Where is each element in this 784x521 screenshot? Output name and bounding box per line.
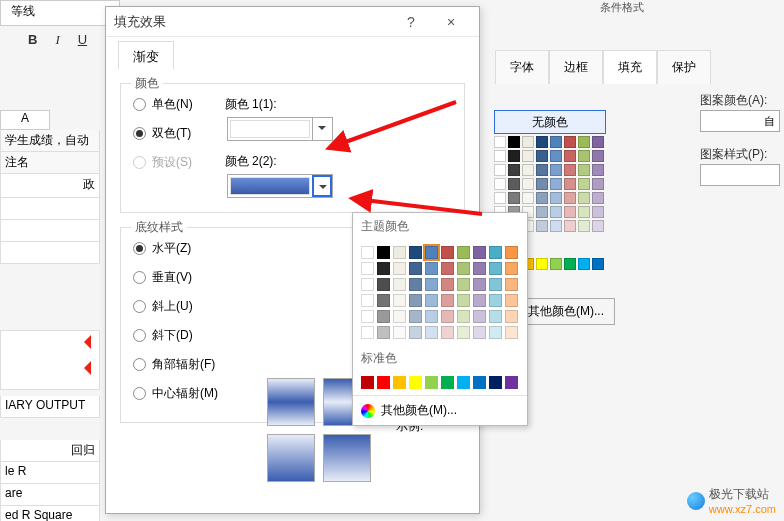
standard-color-swatch[interactable] (489, 376, 502, 389)
color-chip[interactable] (508, 164, 520, 176)
theme-color-swatch[interactable] (377, 246, 390, 259)
color1-combo[interactable] (227, 117, 333, 141)
color-chip[interactable] (550, 192, 562, 204)
color-chip[interactable] (536, 150, 548, 162)
color-chip[interactable] (536, 206, 548, 218)
variant-4[interactable] (323, 434, 371, 482)
tab-border[interactable]: 边框 (549, 50, 603, 84)
theme-color-swatch[interactable] (489, 310, 502, 323)
theme-color-swatch[interactable] (361, 278, 374, 291)
color-chip[interactable] (522, 192, 534, 204)
theme-color-swatch[interactable] (473, 310, 486, 323)
color-chip[interactable] (592, 150, 604, 162)
color-chip[interactable] (578, 150, 590, 162)
color2-dropdown-button[interactable] (312, 175, 332, 197)
theme-color-swatch[interactable] (457, 310, 470, 323)
conditional-format-label[interactable]: 条件格式 (600, 0, 644, 15)
color-chip[interactable] (564, 192, 576, 204)
color-chip[interactable] (522, 178, 534, 190)
theme-color-swatch[interactable] (425, 262, 438, 275)
theme-color-swatch[interactable] (425, 278, 438, 291)
color-chip[interactable] (550, 220, 562, 232)
color-chip[interactable] (592, 192, 604, 204)
standard-color-swatch[interactable] (409, 376, 422, 389)
theme-color-swatch[interactable] (457, 326, 470, 339)
color-chip[interactable] (536, 258, 548, 270)
color1-dropdown-button[interactable] (312, 118, 332, 140)
theme-color-swatch[interactable] (425, 294, 438, 307)
theme-color-swatch[interactable] (393, 310, 406, 323)
help-button[interactable]: ? (391, 8, 431, 36)
standard-color-swatch[interactable] (425, 376, 438, 389)
color-chip[interactable] (564, 164, 576, 176)
cell[interactable] (0, 242, 100, 264)
theme-color-swatch[interactable] (409, 310, 422, 323)
color-chip[interactable] (564, 206, 576, 218)
cell[interactable]: 政 (0, 174, 100, 198)
theme-color-swatch[interactable] (457, 294, 470, 307)
color-chip[interactable] (536, 164, 548, 176)
theme-color-swatch[interactable] (505, 294, 518, 307)
theme-color-swatch[interactable] (473, 326, 486, 339)
color-chip[interactable] (550, 136, 562, 148)
cell[interactable]: ed R Square (0, 506, 100, 521)
color-chip[interactable] (578, 258, 590, 270)
color-chip[interactable] (494, 192, 506, 204)
theme-color-swatch[interactable] (393, 326, 406, 339)
standard-color-swatch[interactable] (505, 376, 518, 389)
theme-color-swatch[interactable] (441, 278, 454, 291)
color-chip[interactable] (522, 136, 534, 148)
cell[interactable]: 学生成绩，自动 (0, 130, 100, 152)
standard-color-swatch[interactable] (377, 376, 390, 389)
color-chip[interactable] (592, 164, 604, 176)
no-color-button[interactable]: 无颜色 (494, 110, 606, 134)
theme-color-swatch[interactable] (489, 326, 502, 339)
color-chip[interactable] (578, 178, 590, 190)
color-chip[interactable] (536, 178, 548, 190)
tab-fill[interactable]: 填充 (603, 50, 657, 84)
color-chip[interactable] (508, 136, 520, 148)
color-chip[interactable] (522, 150, 534, 162)
radio-two-color[interactable]: 双色(T) (133, 125, 193, 142)
theme-color-swatch[interactable] (409, 326, 422, 339)
more-colors-item[interactable]: 其他颜色(M)... (353, 396, 527, 425)
color-chip[interactable] (550, 258, 562, 270)
variant-3[interactable] (267, 434, 315, 482)
color-chip[interactable] (550, 178, 562, 190)
color-chip[interactable] (564, 258, 576, 270)
standard-color-swatch[interactable] (473, 376, 486, 389)
tab-gradient[interactable]: 渐变 (118, 41, 174, 69)
more-colors-button[interactable]: 其他颜色(M)... (517, 298, 615, 325)
theme-color-swatch[interactable] (377, 310, 390, 323)
standard-color-swatch[interactable] (361, 376, 374, 389)
color-chip[interactable] (592, 136, 604, 148)
theme-color-swatch[interactable] (505, 246, 518, 259)
color-chip[interactable] (592, 206, 604, 218)
cell[interactable]: IARY OUTPUT (0, 396, 100, 418)
theme-color-swatch[interactable] (393, 294, 406, 307)
color-chip[interactable] (508, 150, 520, 162)
radio-preset[interactable]: 预设(S) (133, 154, 193, 171)
theme-color-swatch[interactable] (377, 294, 390, 307)
close-button[interactable]: × (431, 8, 471, 36)
color-chip[interactable] (536, 136, 548, 148)
theme-color-swatch[interactable] (361, 246, 374, 259)
theme-color-swatch[interactable] (393, 278, 406, 291)
theme-color-swatch[interactable] (457, 262, 470, 275)
color-chip[interactable] (578, 192, 590, 204)
theme-color-swatch[interactable] (361, 326, 374, 339)
cell[interactable]: 注名 (0, 152, 100, 174)
variant-1[interactable] (267, 378, 315, 426)
color-chip[interactable] (536, 220, 548, 232)
cell[interactable] (0, 220, 100, 242)
color-chip[interactable] (494, 150, 506, 162)
tab-protect[interactable]: 保护 (657, 50, 711, 84)
color-chip[interactable] (564, 136, 576, 148)
color-chip[interactable] (592, 220, 604, 232)
cell[interactable]: 回归 (0, 440, 100, 462)
color-chip[interactable] (508, 178, 520, 190)
underline-button[interactable]: U (78, 32, 87, 48)
cell[interactable]: le R (0, 462, 100, 484)
theme-color-swatch[interactable] (473, 246, 486, 259)
theme-color-swatch[interactable] (361, 262, 374, 275)
